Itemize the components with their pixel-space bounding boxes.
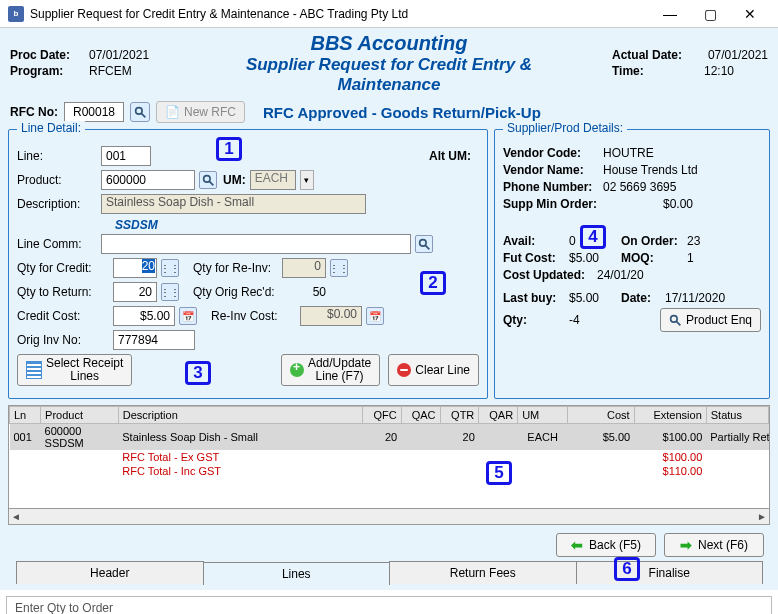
tab-lines[interactable]: Lines — [203, 562, 391, 585]
phone: 02 5669 3695 — [603, 180, 676, 194]
svg-point-0 — [135, 107, 142, 114]
on-order: 23 — [687, 234, 700, 248]
product-search-icon[interactable] — [199, 171, 217, 189]
credit-cost-label: Credit Cost: — [17, 309, 109, 323]
cc-calc-icon[interactable]: 📅 — [179, 307, 197, 325]
description-field: Stainless Soap Dish - Small — [101, 194, 366, 214]
svg-line-7 — [676, 321, 680, 325]
qty-orig-recd-label: Qty Orig Rec'd: — [193, 285, 278, 299]
qty-for-credit-label: Qty for Credit: — [17, 261, 109, 275]
qty-to-return-label: Qty to Return: — [17, 285, 109, 299]
arrow-right-icon: ➡ — [680, 537, 692, 553]
product-input[interactable] — [101, 170, 195, 190]
tab-finalise[interactable]: Finalise — [576, 561, 764, 584]
supp-min-order-label: Supp Min Order: — [503, 197, 599, 211]
horizontal-scrollbar[interactable]: ◄ ► — [8, 509, 770, 525]
reinv-cost-input[interactable]: $0.00 — [300, 306, 362, 326]
svg-point-2 — [203, 175, 210, 182]
last-buy-date: 17/11/2020 — [665, 291, 725, 305]
col-ln[interactable]: Ln — [10, 407, 41, 424]
credit-cost-input[interactable] — [113, 306, 175, 326]
um-dropdown-icon[interactable]: ▾ — [300, 170, 314, 190]
minimize-button[interactable]: — — [650, 6, 690, 22]
program: RFCEM — [89, 64, 132, 78]
back-button[interactable]: ⬅ Back (F5) — [556, 533, 656, 557]
rfc-search-icon[interactable] — [130, 102, 150, 122]
qty-to-return-input[interactable] — [113, 282, 157, 302]
moq: 1 — [687, 251, 694, 265]
new-rfc-button[interactable]: 📄 New RFC — [156, 101, 245, 123]
col-qac[interactable]: QAC — [401, 407, 440, 424]
time: 12:10 — [698, 64, 768, 78]
status-bar: Enter Qty to Order — [6, 596, 772, 614]
rfc-status: RFC Approved - Goods Return/Pick-Up — [263, 104, 541, 121]
avail-label: Avail: — [503, 234, 565, 248]
col-um[interactable]: UM — [518, 407, 568, 424]
line-comm-search-icon[interactable] — [415, 235, 433, 253]
col-status[interactable]: Status — [706, 407, 768, 424]
clear-line-button[interactable]: Clear Line — [388, 354, 479, 386]
rfc-no-input[interactable] — [64, 102, 124, 122]
svg-line-5 — [425, 245, 429, 249]
cost-updated-label: Cost Updated: — [503, 268, 593, 282]
qty-for-reinv-input[interactable]: 0 — [282, 258, 326, 278]
col-qar[interactable]: QAR — [479, 407, 518, 424]
col-qtr[interactable]: QTR — [440, 407, 479, 424]
line-detail-group: Line Detail: Line: Alt UM: Product: UM: … — [8, 129, 488, 399]
vendor-name: House Trends Ltd — [603, 163, 698, 177]
line-input[interactable] — [101, 146, 151, 166]
fut-cost: $5.00 — [569, 251, 617, 265]
screen-title: Supplier Request for Credit Entry & Main… — [200, 55, 579, 95]
col-desc[interactable]: Description — [118, 407, 362, 424]
um-select[interactable]: EACH — [250, 170, 296, 190]
line-comm-input[interactable] — [101, 234, 411, 254]
clear-line-label: Clear Line — [415, 363, 470, 377]
avail: 0 — [569, 234, 617, 248]
qty-orig-recd: 50 — [282, 285, 326, 299]
scroll-right-icon[interactable]: ► — [757, 511, 767, 522]
close-button[interactable]: ✕ — [730, 6, 770, 22]
product-label: Product: — [17, 173, 97, 187]
qfc-calc-icon[interactable]: ⋮⋮ — [161, 259, 179, 277]
qri-calc-icon[interactable]: ⋮⋮ — [330, 259, 348, 277]
plus-icon — [290, 363, 304, 377]
qtr-calc-icon[interactable]: ⋮⋮ — [161, 283, 179, 301]
ric-calc-icon[interactable]: 📅 — [366, 307, 384, 325]
lines-table[interactable]: Ln Product Description QFC QAC QTR QAR U… — [8, 405, 770, 509]
orig-inv-no-input[interactable] — [113, 330, 195, 350]
next-button[interactable]: ➡ Next (F6) — [664, 533, 764, 557]
header-info: Proc Date:07/01/2021 Program:RFCEM BBS A… — [0, 28, 778, 97]
scroll-left-icon[interactable]: ◄ — [11, 511, 21, 522]
select-receipt-lines-button[interactable]: Select ReceiptLines — [17, 354, 132, 386]
qty-for-credit-input[interactable]: 20 — [113, 258, 157, 278]
reinv-cost-label: Re-Inv Cost: — [211, 309, 296, 323]
app-icon: b — [8, 6, 24, 22]
moq-label: MOQ: — [621, 251, 683, 265]
minus-icon — [397, 363, 411, 377]
col-product[interactable]: Product — [41, 407, 119, 424]
alt-um-label: Alt UM: — [429, 149, 479, 163]
new-rfc-label: New RFC — [184, 105, 236, 119]
add-update-line-label: Add/UpdateLine (F7) — [308, 357, 371, 383]
product-code: SSDSM — [115, 218, 479, 232]
supplier-prod-legend: Supplier/Prod Details: — [503, 121, 627, 135]
qty-for-reinv-label: Qty for Re-Inv: — [193, 261, 278, 275]
tab-header[interactable]: Header — [16, 561, 204, 584]
maximize-button[interactable]: ▢ — [690, 6, 730, 22]
tab-return-fees[interactable]: Return Fees — [389, 561, 577, 584]
vendor-name-label: Vendor Name: — [503, 163, 599, 177]
date-label: Date: — [621, 291, 661, 305]
table-row[interactable]: 001 600000SSDSM Stainless Soap Dish - Sm… — [10, 424, 769, 451]
next-label: Next (F6) — [698, 538, 748, 552]
on-order-label: On Order: — [621, 234, 683, 248]
product-enq-button[interactable]: Product Enq — [660, 308, 761, 332]
rfc-no-label: RFC No: — [10, 105, 58, 119]
program-label: Program: — [10, 64, 85, 78]
add-update-line-button[interactable]: Add/UpdateLine (F7) — [281, 354, 380, 386]
orig-inv-no-label: Orig Inv No: — [17, 333, 109, 347]
col-cost[interactable]: Cost — [568, 407, 635, 424]
col-ext[interactable]: Extension — [634, 407, 706, 424]
line-comm-label: Line Comm: — [17, 237, 97, 251]
col-qfc[interactable]: QFC — [362, 407, 401, 424]
um-label: UM: — [223, 173, 246, 187]
